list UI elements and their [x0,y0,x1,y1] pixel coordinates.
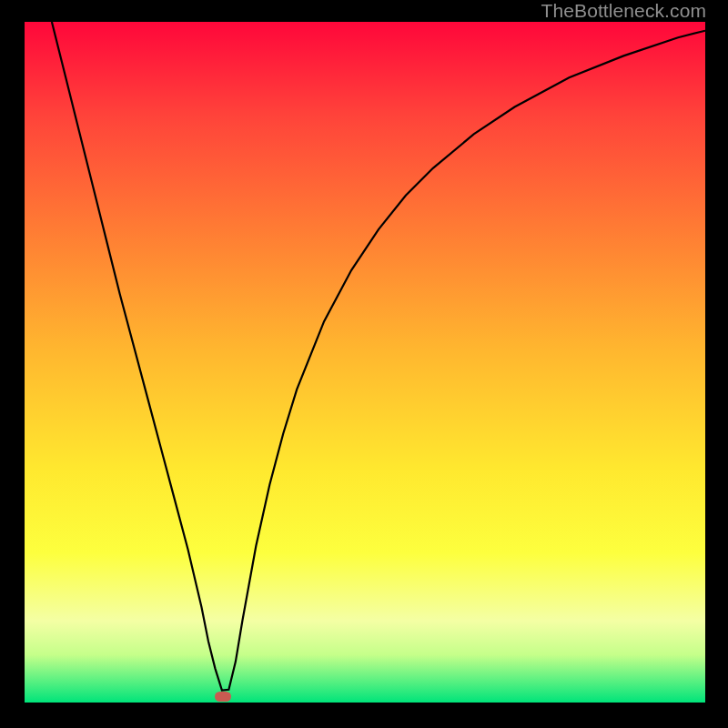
optimal-marker [215,692,231,702]
bottleneck-curve [25,22,705,703]
plot-area [25,22,705,703]
chart-frame: TheBottleneck.com [0,0,728,728]
watermark: TheBottleneck.com [541,0,706,22]
